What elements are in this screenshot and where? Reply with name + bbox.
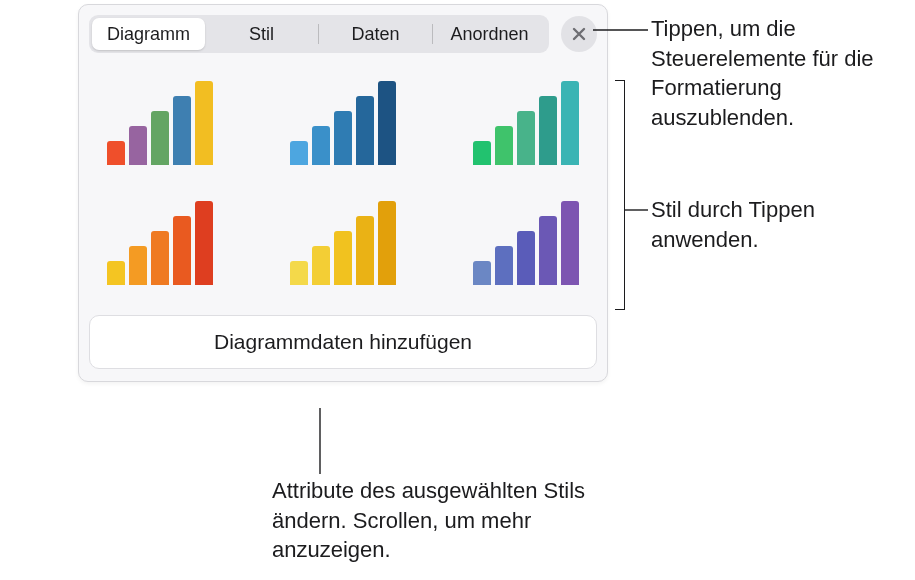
bar-icon [173, 216, 191, 285]
style-blue[interactable] [280, 81, 405, 165]
format-panel: Diagramm Stil Daten Anordnen Diagrammdat… [78, 4, 608, 382]
callout-attributes: Attribute des ausgewählten Stils ändern.… [272, 476, 612, 565]
chart-style-grid [89, 81, 597, 285]
bar-icon [334, 231, 352, 285]
bar-icon [107, 261, 125, 285]
bar-icon [312, 246, 330, 285]
tab-daten[interactable]: Daten [319, 18, 432, 50]
tab-segmented-control: Diagramm Stil Daten Anordnen [89, 15, 549, 53]
bar-icon [356, 96, 374, 165]
bar-icon [195, 201, 213, 285]
style-purple-blue[interactable] [464, 201, 589, 285]
bar-icon [312, 126, 330, 165]
close-button[interactable] [561, 16, 597, 52]
leader-line [625, 208, 648, 212]
bar-icon [107, 141, 125, 165]
bracket-style-grid [615, 80, 625, 310]
tab-stil[interactable]: Stil [205, 18, 318, 50]
style-green-teal[interactable] [464, 81, 589, 165]
bar-icon [495, 246, 513, 285]
bar-icon [378, 81, 396, 165]
style-yellow-amber[interactable] [280, 201, 405, 285]
bar-icon [517, 231, 535, 285]
bar-icon [561, 81, 579, 165]
bar-icon [290, 261, 308, 285]
bar-icon [173, 96, 191, 165]
bar-icon [290, 141, 308, 165]
bar-icon [473, 261, 491, 285]
tab-diagramm[interactable]: Diagramm [92, 18, 205, 50]
callout-close: Tippen, um die Steuerelemente für die Fo… [651, 14, 915, 133]
bar-icon [195, 81, 213, 165]
panel-topbar: Diagramm Stil Daten Anordnen [89, 15, 597, 53]
bar-icon [129, 246, 147, 285]
close-icon [571, 26, 587, 42]
style-multicolor-yellow[interactable] [97, 81, 222, 165]
add-chart-data-button[interactable]: Diagrammdaten hinzufügen [89, 315, 597, 369]
bar-icon [517, 111, 535, 165]
bar-icon [539, 216, 557, 285]
bar-icon [129, 126, 147, 165]
bar-icon [378, 201, 396, 285]
bar-icon [151, 231, 169, 285]
callout-apply-style: Stil durch Tippen anwenden. [651, 195, 915, 254]
style-orange-red[interactable] [97, 201, 222, 285]
leader-line [318, 408, 322, 474]
bar-icon [473, 141, 491, 165]
bar-icon [561, 201, 579, 285]
tab-anordnen[interactable]: Anordnen [433, 18, 546, 50]
bar-icon [539, 96, 557, 165]
bar-icon [334, 111, 352, 165]
bar-icon [356, 216, 374, 285]
bar-icon [151, 111, 169, 165]
bar-icon [495, 126, 513, 165]
